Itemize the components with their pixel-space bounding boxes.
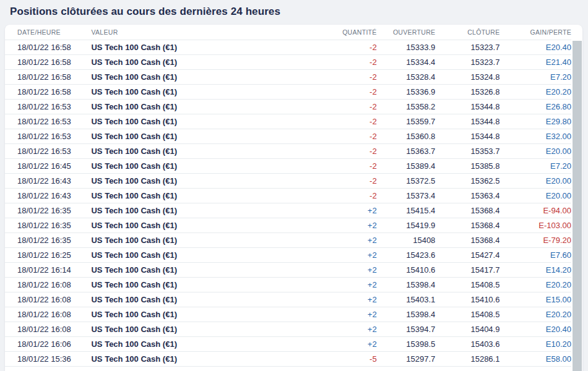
cell-datetime: 18/01/22 16:53 xyxy=(5,143,91,158)
table-row: 18/01/22 16:35 US Tech 100 Cash (€1) +2 … xyxy=(5,203,571,218)
cell-cloture: 15362.5 xyxy=(435,173,499,188)
cell-cloture: 15344.8 xyxy=(435,99,499,114)
cell-valeur: US Tech 100 Cash (€1) xyxy=(91,143,278,158)
cell-ouverture: 15419.9 xyxy=(377,218,436,232)
cell-datetime: 18/01/22 16:25 xyxy=(5,247,91,262)
cell-quantite: -2 xyxy=(278,99,376,114)
cell-gain-perte: E20.20 xyxy=(499,277,571,292)
cell-cloture: 15385.8 xyxy=(435,158,499,173)
cell-datetime: 18/01/22 16:45 xyxy=(5,158,91,173)
cell-ouverture: 15394.7 xyxy=(377,322,436,336)
cell-datetime: 18/01/22 16:43 xyxy=(5,173,91,188)
table-row: 18/01/22 16:53 US Tech 100 Cash (€1) -2 … xyxy=(5,129,571,143)
table-row: 18/01/22 16:53 US Tech 100 Cash (€1) -2 … xyxy=(5,114,571,129)
cell-quantite: +2 xyxy=(278,336,376,351)
cell-valeur: US Tech 100 Cash (€1) xyxy=(91,173,278,188)
cell-datetime: 18/01/22 16:06 xyxy=(5,336,91,351)
cell-quantite: +2 xyxy=(278,322,376,336)
cell-cloture: 15417.7 xyxy=(435,262,499,277)
cell-ouverture: 15373.4 xyxy=(377,188,436,203)
table-row: 18/01/22 16:35 US Tech 100 Cash (€1) +2 … xyxy=(5,232,571,247)
cell-cloture: 15363.4 xyxy=(435,188,499,203)
cell-datetime: 18/01/22 16:35 xyxy=(5,232,91,247)
cell-ouverture: 15358.2 xyxy=(377,99,436,114)
table-row: 18/01/22 16:08 US Tech 100 Cash (€1) +2 … xyxy=(5,322,571,336)
column-header-date: DATE/HEURE xyxy=(5,25,91,40)
cell-valeur: US Tech 100 Cash (€1) xyxy=(91,114,278,129)
cell-valeur: US Tech 100 Cash (€1) xyxy=(91,232,278,247)
table-row: 18/01/22 15:36 US Tech 100 Cash (€1) -5 … xyxy=(5,351,571,366)
cell-gain-perte: E-94.00 xyxy=(499,203,571,218)
cell-cloture: 15324.8 xyxy=(435,69,499,84)
table-row: 18/01/22 16:43 US Tech 100 Cash (€1) -2 … xyxy=(5,188,571,203)
cell-datetime: 18/01/22 16:58 xyxy=(5,84,91,99)
cell-ouverture: 15359.7 xyxy=(377,114,436,129)
cell-quantite: +2 xyxy=(278,247,376,262)
cell-gain-perte: E20.40 xyxy=(499,40,571,54)
cell-ouverture: 15360.8 xyxy=(377,129,436,143)
cell-quantite: +2 xyxy=(278,262,376,277)
cell-cloture: 15368.4 xyxy=(435,203,499,218)
cell-ouverture: 15423.6 xyxy=(377,247,436,262)
cell-datetime: 18/01/22 16:35 xyxy=(5,218,91,232)
cell-datetime: 18/01/22 16:08 xyxy=(5,322,91,336)
cell-valeur: US Tech 100 Cash (€1) xyxy=(91,307,278,322)
cell-valeur: US Tech 100 Cash (€1) xyxy=(91,277,278,292)
cell-gain-perte: E20.00 xyxy=(499,143,571,158)
cell-datetime: 18/01/22 16:58 xyxy=(5,69,91,84)
cell-valeur: US Tech 100 Cash (€1) xyxy=(91,158,278,173)
table-row: 18/01/22 16:43 US Tech 100 Cash (€1) -2 … xyxy=(5,173,571,188)
column-header-quantite: QUANTITÉ xyxy=(278,25,376,40)
cell-ouverture: 15415.4 xyxy=(377,203,436,218)
cell-valeur: US Tech 100 Cash (€1) xyxy=(91,99,278,114)
cell-quantite: -2 xyxy=(278,173,376,188)
table-row: 18/01/22 16:53 US Tech 100 Cash (€1) -2 … xyxy=(5,99,571,114)
cell-quantite: +2 xyxy=(278,203,376,218)
cell-valeur: US Tech 100 Cash (€1) xyxy=(91,188,278,203)
cell-valeur: US Tech 100 Cash (€1) xyxy=(91,322,278,336)
cell-datetime: 18/01/22 16:35 xyxy=(5,203,91,218)
cell-gain-perte: E20.20 xyxy=(499,307,571,322)
cell-gain-perte: E-79.20 xyxy=(499,232,571,247)
cell-datetime: 18/01/22 16:14 xyxy=(5,262,91,277)
table-row: 18/01/22 16:25 US Tech 100 Cash (€1) +2 … xyxy=(5,247,571,262)
cell-cloture: 15410.6 xyxy=(435,292,499,307)
cell-quantite: -2 xyxy=(278,114,376,129)
cell-ouverture: 15410.6 xyxy=(377,262,436,277)
cell-gain-perte: E7.20 xyxy=(499,69,571,84)
cell-ouverture: 15333.9 xyxy=(377,40,436,54)
cell-cloture: 15368.4 xyxy=(435,218,499,232)
cell-cloture: 15323.7 xyxy=(435,40,499,54)
cell-cloture: 15368.4 xyxy=(435,232,499,247)
cell-valeur: US Tech 100 Cash (€1) xyxy=(91,336,278,351)
cell-quantite: -2 xyxy=(278,69,376,84)
cell-gain-perte: E32.00 xyxy=(499,129,571,143)
cell-cloture: 15344.8 xyxy=(435,114,499,129)
cell-datetime: 18/01/22 15:36 xyxy=(5,351,91,366)
table-row: 18/01/22 16:58 US Tech 100 Cash (€1) -2 … xyxy=(5,84,571,99)
cell-cloture: 15286.1 xyxy=(435,351,499,366)
table-row: 18/01/22 16:08 US Tech 100 Cash (€1) +2 … xyxy=(5,277,571,292)
cell-datetime: 18/01/22 16:43 xyxy=(5,188,91,203)
scrollbar-track[interactable] xyxy=(573,25,582,371)
scrollbar-thumb[interactable] xyxy=(573,41,582,371)
cell-cloture: 15404.9 xyxy=(435,322,499,336)
cell-ouverture: 15336.9 xyxy=(377,84,436,99)
cell-valeur: US Tech 100 Cash (€1) xyxy=(91,54,278,69)
cell-ouverture: 15398.5 xyxy=(377,336,436,351)
cell-quantite: -2 xyxy=(278,40,376,54)
cell-gain-perte: E-103.00 xyxy=(499,218,571,232)
cell-valeur: US Tech 100 Cash (€1) xyxy=(91,129,278,143)
cell-valeur: US Tech 100 Cash (€1) xyxy=(91,69,278,84)
column-header-ouverture: OUVERTURE xyxy=(377,25,436,40)
cell-gain-perte: E20.20 xyxy=(499,84,571,99)
cell-cloture: 15408.5 xyxy=(435,277,499,292)
cell-cloture: 15323.7 xyxy=(435,54,499,69)
cell-gain-perte: E20.00 xyxy=(499,173,571,188)
column-header-cloture: CLÔTURE xyxy=(435,25,499,40)
cell-quantite: +2 xyxy=(278,232,376,247)
cell-cloture: 15427.4 xyxy=(435,247,499,262)
cell-ouverture: 15334.4 xyxy=(377,54,436,69)
cell-valeur: US Tech 100 Cash (€1) xyxy=(91,247,278,262)
column-header-gain-perte: GAIN/PERTE xyxy=(499,25,571,40)
